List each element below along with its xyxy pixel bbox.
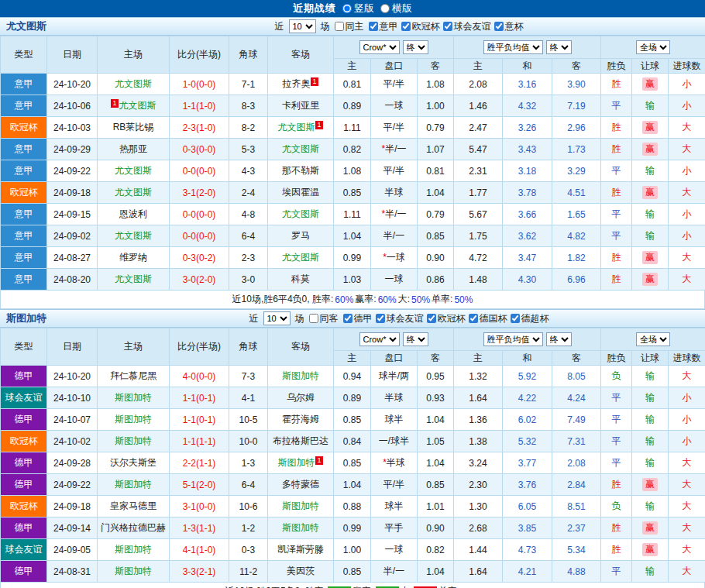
score-cell[interactable]: 0-3(0-0) xyxy=(170,139,229,160)
league-checkbox[interactable] xyxy=(369,22,378,31)
score-cell[interactable]: 2-3(1-0) xyxy=(170,117,229,139)
score-cell[interactable]: 1-1(0-1) xyxy=(170,409,229,431)
opponent-team-link[interactable]: 凯泽斯劳滕 xyxy=(277,544,324,555)
same-venue-filter[interactable]: 同主 xyxy=(335,20,364,33)
league-checkbox[interactable] xyxy=(443,22,452,31)
focus-team-link[interactable]: 斯图加特 xyxy=(115,392,152,403)
opponent-team-link[interactable]: 乌尔姆 xyxy=(287,392,315,403)
league-filter[interactable]: 球会友谊 xyxy=(376,312,424,325)
opponent-team-link[interactable]: 霍芬海姆 xyxy=(282,414,319,425)
opponent-team-link[interactable]: 美因茨 xyxy=(287,566,315,576)
same-venue-checkbox[interactable] xyxy=(335,22,344,31)
focus-team-link[interactable]: 斯图加特 xyxy=(115,544,152,555)
opponent-team-link[interactable]: 恩波利 xyxy=(119,208,147,219)
vertical-radio[interactable] xyxy=(342,4,352,13)
opponent-team-link[interactable]: 那不勒斯 xyxy=(282,165,319,176)
odds-final-select[interactable]: 终 xyxy=(403,332,428,346)
opponent-team-link[interactable]: 布拉格斯巴达 xyxy=(273,435,328,446)
home-odds-cell: 0.89 xyxy=(334,95,371,117)
opponent-team-link[interactable]: 门兴格拉德巴赫 xyxy=(101,522,166,533)
score-cell[interactable]: 3-1(2-0) xyxy=(170,182,229,204)
league-filter[interactable]: 德国杯 xyxy=(469,312,507,325)
opponent-team-link[interactable]: 热那亚 xyxy=(119,143,147,154)
opponent-team-link[interactable]: 拜仁慕尼黑 xyxy=(110,370,156,381)
focus-team-link[interactable]: 尤文图斯 xyxy=(115,230,152,241)
focus-team-link[interactable]: 尤文图斯 xyxy=(282,143,319,154)
odds-source-select[interactable]: Crow* xyxy=(359,40,400,54)
focus-team-link[interactable]: 斯图加特 xyxy=(115,414,152,425)
focus-team-link[interactable]: 尤文图斯 xyxy=(115,78,152,89)
focus-team-link[interactable]: 尤文图斯 xyxy=(119,100,156,111)
focus-team-link[interactable]: 斯图加特 xyxy=(115,479,152,490)
focus-team-link[interactable]: 斯图加特 xyxy=(282,500,319,511)
handicap-result-cell: 赢 xyxy=(632,247,669,269)
avg-final-select[interactable]: 终 xyxy=(546,40,572,54)
focus-team-link[interactable]: 尤文图斯 xyxy=(115,187,152,198)
score-cell[interactable]: 4-1(1-0) xyxy=(170,539,229,561)
opponent-team-link[interactable]: 埃因霍温 xyxy=(282,187,319,198)
score-cell[interactable]: 2-2(1-1) xyxy=(170,452,229,474)
league-checkbox[interactable] xyxy=(343,314,352,323)
match-count-select[interactable]: 10 xyxy=(289,19,316,33)
score-cell[interactable]: 1-1(0-1) xyxy=(170,387,229,409)
avg-source-select[interactable]: 胜平负均值 xyxy=(483,332,543,346)
focus-team-link[interactable]: 斯图加特 xyxy=(282,522,319,533)
opponent-team-link[interactable]: 卡利亚里 xyxy=(282,100,319,111)
focus-team-link[interactable]: 斯图加特 xyxy=(115,566,152,576)
scope-select[interactable]: 全场 xyxy=(636,40,670,54)
focus-team-link[interactable]: 尤文图斯 xyxy=(115,273,152,284)
match-count-select[interactable]: 10 xyxy=(263,311,291,325)
league-checkbox[interactable] xyxy=(494,22,504,31)
same-venue-filter[interactable]: 同客 xyxy=(309,312,339,325)
opponent-team-link[interactable]: 皇家马德里 xyxy=(110,500,156,511)
league-filter[interactable]: 德超杯 xyxy=(511,312,549,325)
score-cell[interactable]: 1-3(1-1) xyxy=(170,518,229,539)
opponent-team-link[interactable]: 多特蒙德 xyxy=(282,479,319,490)
opponent-team-link[interactable]: 拉齐奥 xyxy=(282,78,310,89)
score-cell[interactable]: 1-1(1-0) xyxy=(170,95,229,117)
league-filter[interactable]: 德甲 xyxy=(343,312,373,325)
opponent-team-link[interactable]: 罗马 xyxy=(291,230,310,241)
league-checkbox[interactable] xyxy=(427,314,436,323)
score-cell[interactable]: 3-1(0-0) xyxy=(170,496,229,518)
league-checkbox[interactable] xyxy=(511,314,520,323)
focus-team-link[interactable]: 斯图加特 xyxy=(115,435,152,446)
league-filter[interactable]: 球会友谊 xyxy=(443,20,491,33)
focus-team-link[interactable]: 斯图加特 xyxy=(277,457,315,468)
score-cell[interactable]: 0-0(0-0) xyxy=(170,225,229,247)
score-cell[interactable]: 5-1(2-0) xyxy=(170,474,229,496)
league-filter[interactable]: 欧冠杯 xyxy=(401,20,440,33)
league-filter[interactable]: 欧冠杯 xyxy=(427,312,466,325)
score-cell[interactable]: 1-1(1-1) xyxy=(170,431,229,452)
league-checkbox[interactable] xyxy=(469,314,478,323)
odds-final-select[interactable]: 终 xyxy=(403,40,428,54)
focus-team-link[interactable]: 尤文图斯 xyxy=(277,122,315,132)
opponent-team-link[interactable]: 维罗纳 xyxy=(119,252,147,263)
league-filter[interactable]: 意杯 xyxy=(494,20,524,33)
score-cell[interactable]: 1-0(0-0) xyxy=(170,74,229,95)
layout-vertical-option[interactable]: 竖版 xyxy=(342,2,374,15)
focus-team-link[interactable]: 尤文图斯 xyxy=(115,165,152,176)
league-checkbox[interactable] xyxy=(401,22,411,31)
opponent-team-link[interactable]: RB莱比锡 xyxy=(113,122,154,132)
horizontal-radio[interactable] xyxy=(380,4,390,13)
score-cell[interactable]: 0-3(0-2) xyxy=(170,247,229,269)
focus-team-link[interactable]: 尤文图斯 xyxy=(282,252,319,263)
opponent-team-link[interactable]: 沃尔夫斯堡 xyxy=(110,457,156,468)
focus-team-link[interactable]: 斯图加特 xyxy=(282,370,319,381)
score-cell[interactable]: 0-0(0-0) xyxy=(170,160,229,182)
score-cell[interactable]: 3-3(2-1) xyxy=(170,561,229,583)
score-cell[interactable]: 0-0(0-0) xyxy=(170,204,229,225)
league-filter[interactable]: 意甲 xyxy=(369,20,398,33)
odds-source-select[interactable]: Crow* xyxy=(359,332,400,346)
league-checkbox[interactable] xyxy=(376,314,385,323)
avg-final-select[interactable]: 终 xyxy=(546,332,572,346)
score-cell[interactable]: 4-0(0-0) xyxy=(170,366,229,387)
focus-team-link[interactable]: 尤文图斯 xyxy=(282,208,319,219)
avg-source-select[interactable]: 胜平负均值 xyxy=(483,40,543,54)
same-venue-checkbox[interactable] xyxy=(309,314,318,323)
opponent-team-link[interactable]: 科莫 xyxy=(291,273,310,284)
scope-select[interactable]: 全场 xyxy=(636,332,670,346)
score-cell[interactable]: 3-0(2-0) xyxy=(170,269,229,291)
layout-horizontal-option[interactable]: 横版 xyxy=(380,2,412,15)
